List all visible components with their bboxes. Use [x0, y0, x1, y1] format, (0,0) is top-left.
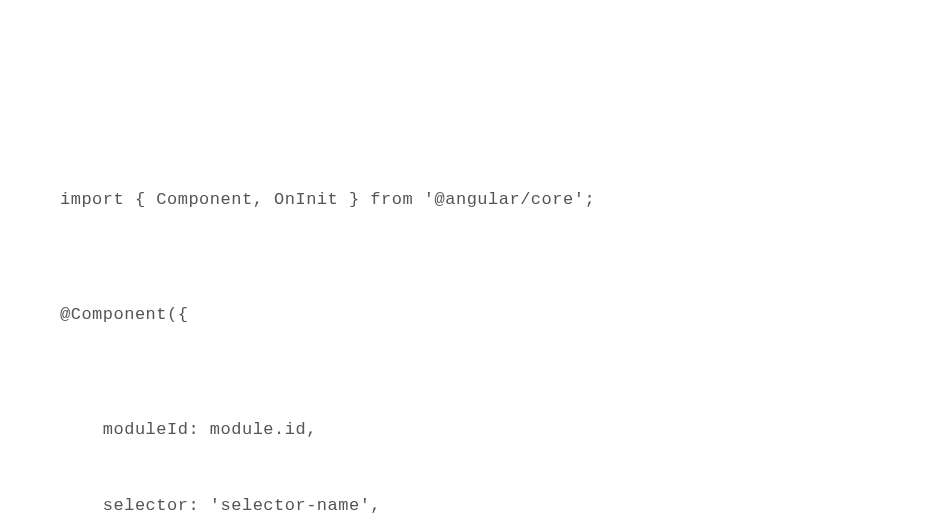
code-line-03: @Component({: [60, 296, 930, 334]
code-line-05: moduleId: module.id,: [60, 411, 930, 449]
code-line-06: selector: 'selector-name',: [60, 487, 930, 525]
code-line-01: import { Component, OnInit } from '@angu…: [60, 181, 930, 219]
